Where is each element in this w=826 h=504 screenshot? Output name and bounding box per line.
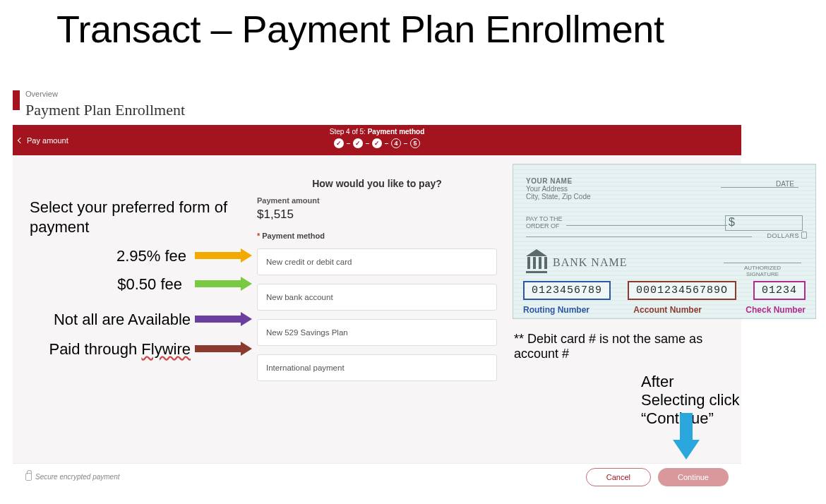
arrow-down-icon bbox=[673, 413, 700, 461]
step-dot-1: ✓ bbox=[334, 138, 344, 148]
anno-intl: Paid through Flywire bbox=[13, 340, 191, 359]
note-debit: ** Debit card # is not the same as accou… bbox=[514, 332, 741, 361]
amount-value: $1,515 bbox=[257, 208, 497, 222]
check-micr-labels: Routing Number Account Number Check Numb… bbox=[523, 305, 806, 315]
check-auth: AUTHORIZED SIGNATURE bbox=[724, 262, 801, 277]
check-auth-label: AUTHORIZED SIGNATURE bbox=[724, 265, 801, 277]
method-label-text: Payment method bbox=[262, 232, 325, 240]
check-payto-line bbox=[566, 225, 727, 226]
continue-button[interactable]: Continue bbox=[658, 468, 729, 486]
slide-title: Transact – Payment Plan Enrollment bbox=[56, 7, 664, 51]
step-indicator: Step 4 of 5: Payment method ✓ ✓ ✓ 4 5 bbox=[13, 128, 741, 148]
amount-label: Payment amount bbox=[257, 196, 497, 205]
step-dot-5: 5 bbox=[410, 138, 420, 148]
secure-label: Secure encrypted payment bbox=[25, 473, 120, 481]
option-international[interactable]: International payment bbox=[257, 354, 497, 381]
breadcrumb: Overview bbox=[25, 90, 58, 98]
secure-text: Secure encrypted payment bbox=[35, 473, 120, 481]
anno-intro: Select your preferred form of payment bbox=[30, 198, 241, 237]
check-number: 01234 bbox=[753, 281, 806, 300]
anno-bank-fee: $0.50 fee bbox=[13, 275, 182, 294]
wizard-header: Pay amount Step 4 of 5: Payment method ✓… bbox=[13, 125, 741, 155]
arrow-credit bbox=[195, 252, 251, 259]
padlock-icon bbox=[25, 473, 32, 481]
page-title: Payment Plan Enrollment bbox=[25, 101, 185, 119]
method-label: *Payment method bbox=[257, 232, 497, 240]
arrow-bank bbox=[195, 280, 251, 287]
option-529-plan[interactable]: New 529 Savings Plan bbox=[257, 319, 497, 346]
check-addr1: Your Address bbox=[526, 185, 803, 193]
arrow-529 bbox=[195, 316, 251, 323]
option-credit-card[interactable]: New credit or debit card bbox=[257, 248, 497, 275]
check-illustration: YOUR NAME Your Address City, State, Zip … bbox=[513, 164, 816, 319]
brand-tab bbox=[13, 90, 20, 110]
check-name: YOUR NAME bbox=[526, 177, 803, 185]
routing-label: Routing Number bbox=[523, 305, 589, 315]
bank-icon-pillars bbox=[527, 257, 547, 269]
footer-buttons: Cancel Continue bbox=[586, 468, 729, 486]
anno-credit-fee: 2.95% fee bbox=[13, 247, 186, 265]
step-dots: ✓ ✓ ✓ 4 5 bbox=[13, 138, 741, 148]
cancel-button[interactable]: Cancel bbox=[586, 468, 651, 486]
check-dollars-label: DOLLARS bbox=[767, 232, 799, 239]
check-account: 000123456789O bbox=[628, 281, 736, 300]
checknum-label: Check Number bbox=[746, 305, 806, 315]
check-bank-name: BANK NAME bbox=[553, 256, 627, 269]
form-column: Payment amount $1,515 *Payment method Ne… bbox=[257, 196, 497, 381]
step-dot-2: ✓ bbox=[353, 138, 363, 148]
check-routing: 0123456789 bbox=[523, 281, 611, 300]
footer-bar: Secure encrypted payment Cancel Continue bbox=[13, 463, 741, 490]
lock-icon bbox=[801, 232, 807, 239]
check-long-line bbox=[526, 236, 752, 237]
app-card: Overview Payment Plan Enrollment Pay amo… bbox=[13, 88, 741, 490]
arrow-intl bbox=[195, 345, 251, 352]
anno-intl-pre: Paid through bbox=[49, 340, 141, 358]
step-dot-3: ✓ bbox=[372, 138, 382, 148]
anno-529: Not all are Available bbox=[13, 311, 191, 329]
check-micr-row: 0123456789 000123456789O 01234 bbox=[523, 281, 806, 300]
step-text: Step 4 of 5: Payment method bbox=[330, 128, 425, 136]
step-prefix: Step 4 of 5: bbox=[330, 128, 368, 136]
account-label: Account Number bbox=[633, 305, 702, 315]
content-area: How would you like to pay? Payment amoun… bbox=[13, 155, 741, 463]
check-addr2: City, State, Zip Code bbox=[526, 193, 803, 200]
check-date-line bbox=[721, 187, 798, 188]
check-amount-box: $ bbox=[725, 215, 803, 231]
step-dot-4: 4 bbox=[391, 138, 401, 148]
required-star: * bbox=[257, 232, 260, 240]
option-bank-account[interactable]: New bank account bbox=[257, 284, 497, 311]
step-name: Payment method bbox=[368, 128, 425, 136]
check-payto-label: PAY TO THE ORDER OF bbox=[526, 215, 563, 229]
anno-intl-flywire: Flywire bbox=[141, 340, 191, 358]
